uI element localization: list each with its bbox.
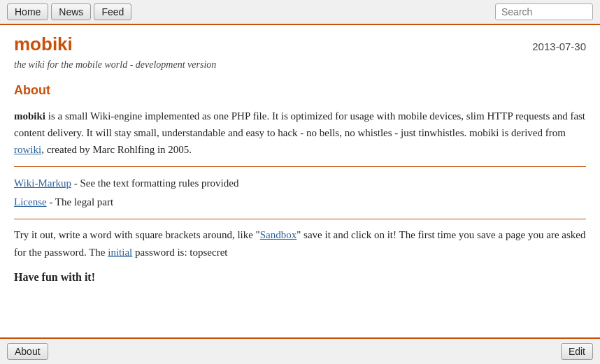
description-body: is a small Wiki-engine implemented as on… [14,110,585,138]
wiki-markup-link[interactable]: Wiki-Markup [14,177,71,189]
sandbox-link[interactable]: Sandbox [260,229,297,240]
divider-1 [14,166,586,167]
main-content: mobiki 2013-07-30 the wiki for the mobil… [0,25,600,299]
try-section: Try it out, write a word with square bra… [14,226,586,261]
wiki-markup-desc: - See the text formatting rules provided [71,177,239,189]
description-part3: , created by Marc Rohlfing in 2005. [41,144,192,155]
top-navbar: Home News Feed [0,0,600,25]
links-section: Wiki-Markup - See the text formatting ru… [14,174,586,212]
feed-button[interactable]: Feed [94,3,131,20]
site-title: mobiki [14,34,73,55]
divider-2 [14,219,586,219]
license-desc: - The legal part [47,196,114,208]
description-paragraph: mobiki is a small Wiki-engine implemente… [14,108,586,158]
initial-link[interactable]: initial [108,247,132,258]
search-input[interactable] [495,3,593,20]
wiki-markup-line: Wiki-Markup - See the text formatting ru… [14,174,586,193]
home-button[interactable]: Home [7,3,48,20]
mobiki-bold: mobiki [14,110,45,122]
try-text-before: Try it out, write a word with square bra… [14,229,260,240]
have-fun-text: Have fun with it! [14,271,586,284]
footer-bar: About Edit [0,337,600,364]
license-link[interactable]: License [14,196,47,208]
rowiki-link[interactable]: rowiki [14,144,41,155]
news-button[interactable]: News [51,3,91,20]
date-display: 2013-07-30 [532,41,586,52]
tagline: the wiki for the mobile world - developm… [14,59,586,71]
license-line: License - The legal part [14,193,586,212]
edit-footer-button[interactable]: Edit [561,343,593,360]
about-heading: About [14,83,586,98]
about-footer-button[interactable]: About [7,343,48,360]
try-text-end: password is: topsecret [132,247,227,258]
header-row: mobiki 2013-07-30 [14,34,586,55]
search-box [495,3,593,20]
nav-buttons: Home News Feed [7,3,131,20]
